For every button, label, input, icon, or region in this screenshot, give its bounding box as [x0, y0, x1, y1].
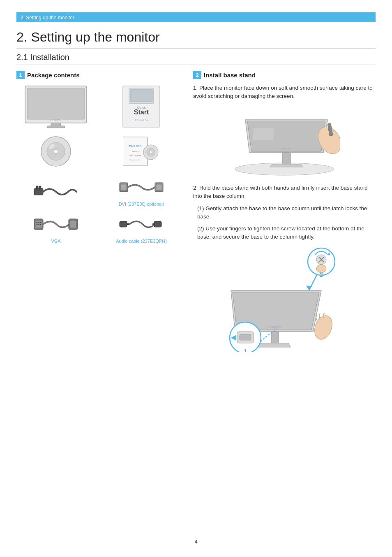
left-column: 1 Package contents PHILIPS	[16, 71, 181, 352]
svg-text:PHILIPS: PHILIPS	[135, 118, 148, 122]
svg-point-38	[38, 224, 39, 225]
svg-text:PHILIPS: PHILIPS	[281, 148, 292, 151]
svg-text:User's Manual: User's Manual	[129, 155, 141, 157]
svg-rect-47	[282, 153, 291, 165]
dvi-cable-icon	[119, 175, 164, 200]
package-item-vga: VGA	[16, 211, 95, 244]
monitor-facedown-svg: PHILIPS	[229, 107, 340, 177]
page-container: 2. Setting up the monitor 2. Setting up …	[0, 0, 392, 557]
audio-cable-icon	[119, 212, 164, 237]
svg-rect-1	[27, 88, 85, 119]
power-cable-icon	[33, 180, 78, 205]
svg-text:• • • • •: • • • • •	[53, 118, 58, 121]
svg-point-35	[38, 222, 39, 223]
sub-step-1: (1) Gently attach the base to the base c…	[197, 204, 376, 221]
breadcrumb: 2. Setting up the monitor	[16, 12, 376, 22]
sub-steps: (1) Gently attach the base to the base c…	[193, 204, 376, 241]
package-item-cd-disc	[16, 135, 95, 169]
svg-rect-25	[34, 188, 43, 195]
package-item-dvi: DVI (237E3Q,optional)	[102, 174, 181, 207]
svg-rect-45	[152, 223, 155, 225]
package-badge: 1	[16, 71, 25, 79]
monitor-facedown-illustration: PHILIPS	[193, 107, 376, 177]
right-column: 2 Install base stand 1. Place the monito…	[193, 71, 376, 352]
svg-text:Regulatory Info: Regulatory Info	[129, 159, 141, 161]
sub-step2-content: Use your fingers to tighten the screw lo…	[197, 225, 364, 240]
package-item-monitor: PHILIPS • • • • •	[16, 84, 95, 131]
install-header: 2 Install base stand	[193, 71, 376, 79]
quickstart-icon: Quick Start PHILIPS	[121, 84, 162, 129]
install-steps-svg: PHILIPS 2	[227, 245, 342, 352]
sub-step-2: (2) Use your fingers to tighten the scre…	[197, 225, 376, 241]
svg-text:2: 2	[320, 272, 323, 278]
step2-text: 2. Hold the base stand with both hands a…	[193, 184, 376, 201]
svg-rect-41	[70, 220, 76, 228]
package-grid: PHILIPS • • • • • Quick	[16, 84, 181, 244]
monitor-icon: PHILIPS • • • • •	[23, 84, 89, 129]
package-item-cd-box: PHILIPS Monitor User's Manual Regulatory…	[102, 135, 181, 169]
package-title: Package contents	[27, 72, 80, 79]
svg-rect-9	[130, 89, 152, 102]
svg-point-36	[40, 222, 42, 223]
svg-rect-64	[240, 334, 251, 340]
svg-text:Monitor: Monitor	[132, 150, 139, 153]
step1-num: 1.	[193, 85, 198, 91]
step2-num: 2.	[193, 185, 198, 191]
package-item-quickstart: Quick Start PHILIPS	[102, 84, 181, 131]
install-illustration: PHILIPS 2	[193, 245, 376, 352]
package-item-power-cable	[16, 174, 95, 207]
svg-text:Start: Start	[134, 109, 149, 116]
page-number: 4	[194, 538, 197, 545]
svg-point-24	[150, 151, 152, 153]
svg-rect-26	[36, 186, 38, 189]
svg-point-39	[40, 224, 42, 225]
step1-content: Place the monitor face down on soft and …	[193, 85, 373, 99]
cd-disc-icon	[39, 135, 72, 168]
svg-point-15	[54, 149, 58, 153]
svg-text:1: 1	[244, 348, 247, 352]
vga-label: VGA	[51, 239, 60, 244]
dvi-label: DVI (237E3Q,optional)	[119, 202, 164, 207]
step2-content: Hold the base stand with both hands and …	[193, 185, 368, 199]
vga-cable-icon	[33, 212, 78, 237]
package-header: 1 Package contents	[16, 71, 181, 79]
sub-step1-content: Gently attach the base to the base colum…	[197, 205, 367, 220]
page-title: 2. Setting up the monitor	[16, 30, 376, 49]
sub-step2-num: (2)	[197, 225, 204, 232]
svg-marker-61	[306, 285, 312, 290]
audio-label: Audio cable (237E3QPH)	[116, 239, 167, 244]
install-title: Install base stand	[204, 72, 256, 79]
svg-rect-31	[156, 184, 162, 190]
package-item-audio: Audio cable (237E3QPH)	[102, 211, 181, 244]
svg-point-37	[37, 224, 38, 225]
step1-text: 1. Place the monitor face down on soft a…	[193, 84, 376, 101]
svg-text:PHILIPS: PHILIPS	[269, 325, 281, 329]
svg-point-34	[37, 222, 38, 223]
svg-text:PHILIPS: PHILIPS	[129, 144, 142, 148]
cd-box-icon: PHILIPS Monitor User's Manual Regulatory…	[123, 135, 160, 168]
svg-rect-29	[121, 184, 127, 190]
section-title: 2.1 Installation	[16, 53, 376, 65]
install-badge: 2	[193, 71, 201, 79]
svg-rect-3	[47, 126, 65, 128]
svg-rect-42	[120, 221, 127, 227]
sub-step1-num: (1)	[197, 205, 204, 211]
content-columns: 1 Package contents PHILIPS	[16, 71, 376, 352]
svg-rect-27	[39, 186, 41, 189]
svg-rect-44	[154, 221, 161, 227]
